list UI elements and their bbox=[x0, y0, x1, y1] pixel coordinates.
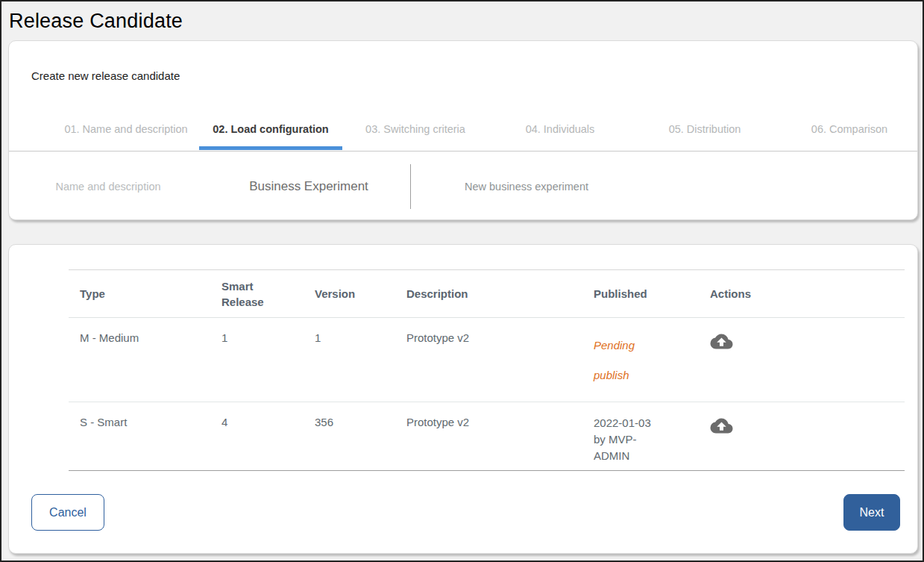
table-row: M - Medium 1 1 Prototype v2 Pending publ… bbox=[69, 318, 905, 402]
wizard-card: Create new release candidate 01. Name an… bbox=[8, 40, 918, 220]
tab-individuals[interactable]: 04. Individuals bbox=[488, 112, 632, 151]
tab-comparison[interactable]: 06. Comparison bbox=[777, 112, 922, 151]
cell-type: M - Medium bbox=[69, 318, 210, 402]
cell-description: Prototype v2 bbox=[395, 318, 582, 402]
cell-actions bbox=[699, 402, 905, 471]
cloud-upload-icon bbox=[710, 416, 733, 435]
table-row: S - Smart 4 356 Prototype v2 2022-01-03 … bbox=[69, 402, 905, 471]
col-header-type: Type bbox=[69, 270, 210, 318]
cloud-upload-icon bbox=[710, 332, 733, 351]
cell-version: 356 bbox=[304, 402, 395, 471]
page-title: Release Candidate bbox=[9, 10, 183, 33]
tab-name-and-description[interactable]: 01. Name and description bbox=[54, 112, 198, 151]
cell-published: 2022-01-03 by MVP-ADMIN bbox=[582, 402, 699, 471]
table-header-row: Type Smart Release Version Description P… bbox=[69, 270, 905, 318]
cell-actions bbox=[699, 318, 905, 402]
col-header-smart-release: Smart Release bbox=[210, 270, 304, 318]
cell-published: Pending publish bbox=[582, 318, 699, 402]
subtab-new-business-experiment[interactable]: New business experiment bbox=[411, 181, 642, 193]
subtab-business-experiment[interactable]: Business Experiment bbox=[207, 179, 410, 194]
configuration-card: Type Smart Release Version Description P… bbox=[8, 244, 918, 554]
wizard-tab-strip: 01. Name and description 02. Load config… bbox=[9, 112, 917, 152]
tab-load-configuration[interactable]: 02. Load configuration bbox=[198, 112, 343, 151]
published-date-label: 2022-01-03 by MVP-ADMIN bbox=[594, 415, 665, 464]
cell-smart-release: 4 bbox=[210, 402, 304, 471]
cell-description: Prototype v2 bbox=[395, 402, 582, 471]
subtab-name-and-description[interactable]: Name and description bbox=[9, 181, 207, 193]
cell-smart-release: 1 bbox=[210, 318, 304, 402]
tab-distribution[interactable]: 05. Distribution bbox=[632, 112, 777, 151]
wizard-tabs: 01. Name and description 02. Load config… bbox=[54, 112, 922, 151]
wizard-subtabs: Name and description Business Experiment… bbox=[9, 152, 917, 221]
publish-button[interactable] bbox=[710, 416, 733, 435]
cell-version: 1 bbox=[304, 318, 395, 402]
cancel-button[interactable]: Cancel bbox=[31, 494, 104, 531]
publish-button[interactable] bbox=[710, 332, 733, 351]
app-window: Release Candidate Create new release can… bbox=[0, 0, 924, 562]
next-button[interactable]: Next bbox=[843, 494, 900, 531]
wizard-subtitle: Create new release candidate bbox=[31, 69, 180, 82]
release-table: Type Smart Release Version Description P… bbox=[69, 269, 905, 471]
col-header-version: Version bbox=[304, 270, 395, 318]
pending-publish-label: Pending publish bbox=[594, 331, 653, 390]
tab-switching-criteria[interactable]: 03. Switching criteria bbox=[343, 112, 488, 151]
cell-type: S - Smart bbox=[69, 402, 210, 471]
col-header-published: Published bbox=[582, 270, 699, 318]
col-header-description: Description bbox=[395, 270, 582, 318]
col-header-actions: Actions bbox=[699, 270, 905, 318]
